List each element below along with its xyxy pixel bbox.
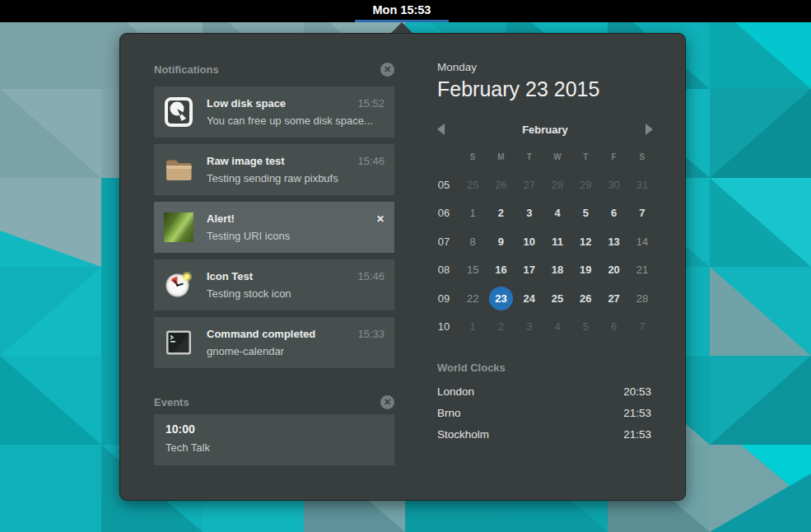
calendar-grid: 05 25 26 27 28 29 30 31 06 1 2 3 4 5 6 7… bbox=[429, 170, 656, 341]
harddisk-icon bbox=[164, 97, 193, 127]
day-cell[interactable]: 1 bbox=[459, 199, 487, 228]
notification-icon-test[interactable]: Icon Test 15:46 Testing stock icon bbox=[154, 259, 394, 310]
notification-title: Low disk space bbox=[207, 97, 351, 110]
day-cell[interactable]: 19 bbox=[571, 256, 599, 285]
folder-icon bbox=[164, 155, 193, 184]
day-cell[interactable]: 26 bbox=[487, 170, 515, 199]
day-cell[interactable]: 28 bbox=[543, 170, 571, 199]
weekday-header: T bbox=[571, 152, 599, 161]
terminal-icon bbox=[164, 328, 193, 357]
week-number: 08 bbox=[429, 256, 459, 285]
day-cell[interactable]: 6 bbox=[599, 199, 627, 228]
world-clock-row[interactable]: London 20:53 bbox=[437, 380, 651, 402]
clock-menu-button[interactable]: Mon 15:53 bbox=[355, 0, 449, 22]
notification-close-button[interactable]: ✕ bbox=[376, 213, 385, 225]
week-number: 05 bbox=[429, 170, 459, 199]
weekday-header: M bbox=[487, 152, 515, 161]
day-cell[interactable]: 16 bbox=[487, 256, 515, 285]
day-cell[interactable]: 20 bbox=[599, 256, 627, 285]
events-title: Events bbox=[154, 396, 189, 408]
day-cell[interactable]: 2 bbox=[487, 199, 515, 228]
week-number: 10 bbox=[429, 313, 459, 342]
notification-body: Testing URI icons bbox=[207, 230, 385, 242]
top-bar: Mon 15:53 bbox=[0, 0, 811, 22]
day-cell[interactable]: 9 bbox=[487, 227, 515, 256]
notification-low-disk-space[interactable]: Low disk space 15:52 You can free up som… bbox=[154, 86, 394, 138]
week-number: 09 bbox=[429, 284, 459, 313]
day-cell[interactable]: 27 bbox=[599, 284, 627, 313]
notification-body: gnome-calendar bbox=[207, 345, 385, 357]
day-cell[interactable]: 29 bbox=[571, 170, 599, 199]
day-cell[interactable]: 15 bbox=[459, 256, 487, 285]
event-title: Tech Talk bbox=[165, 441, 383, 454]
day-cell[interactable]: 8 bbox=[459, 227, 487, 256]
notifications-title: Notifications bbox=[154, 63, 219, 76]
day-cell[interactable]: 6 bbox=[599, 313, 627, 342]
notification-body: Testing stock icon bbox=[207, 287, 385, 300]
day-cell[interactable]: 4 bbox=[543, 313, 571, 342]
events-clear-button[interactable]: ✕ bbox=[380, 395, 394, 409]
notification-time: 15:52 bbox=[357, 97, 385, 110]
month-label: February bbox=[437, 124, 653, 136]
calendar-weekday-headers: S M T W T F S bbox=[429, 152, 656, 161]
day-cell[interactable]: 30 bbox=[599, 170, 627, 199]
world-clock-time: 21:53 bbox=[623, 428, 651, 441]
day-cell[interactable]: 5 bbox=[571, 313, 599, 342]
notification-body: Testing sending raw pixbufs bbox=[207, 172, 385, 184]
day-cell[interactable]: 25 bbox=[543, 284, 571, 313]
today-date-label: February 23 2015 bbox=[437, 77, 599, 101]
day-cell[interactable]: 5 bbox=[571, 199, 599, 228]
notification-list: Low disk space 15:52 You can free up som… bbox=[154, 86, 394, 375]
day-cell[interactable]: 21 bbox=[628, 256, 656, 285]
notification-title: Alert! bbox=[207, 212, 370, 225]
day-cell[interactable]: 12 bbox=[571, 227, 599, 256]
day-cell[interactable]: 25 bbox=[459, 170, 487, 199]
world-clock-time: 21:53 bbox=[623, 407, 651, 419]
today-weekday-label: Monday bbox=[437, 61, 477, 73]
popup-pointer-arrow bbox=[391, 22, 412, 33]
notifications-clear-button[interactable]: ✕ bbox=[380, 63, 394, 77]
day-cell[interactable]: 18 bbox=[543, 256, 571, 285]
day-cell[interactable]: 28 bbox=[628, 284, 656, 313]
notification-title: Command completed bbox=[207, 328, 351, 340]
day-cell[interactable]: 26 bbox=[571, 284, 599, 313]
world-clocks-title: World Clocks bbox=[437, 362, 506, 374]
day-cell[interactable]: 1 bbox=[459, 313, 487, 342]
day-cell[interactable]: 31 bbox=[628, 170, 656, 199]
calendar-notifications-popup: Notifications ✕ Low disk space 15:52 You… bbox=[119, 33, 686, 501]
world-clock-row[interactable]: Brno 21:53 bbox=[437, 402, 651, 423]
weekday-header: S bbox=[459, 152, 487, 161]
notification-time: 15:46 bbox=[357, 270, 385, 282]
notification-title: Raw image test bbox=[207, 155, 351, 167]
event-time: 10:00 bbox=[165, 422, 383, 436]
notification-raw-image-test[interactable]: Raw image test 15:46 Testing sending raw… bbox=[154, 144, 394, 195]
day-cell[interactable]: 3 bbox=[515, 199, 543, 228]
world-clock-row[interactable]: Stockholm 21:53 bbox=[437, 423, 651, 445]
week-number: 07 bbox=[429, 227, 459, 256]
event-tech-talk[interactable]: 10:00 Tech Talk bbox=[154, 414, 394, 465]
notification-alert[interactable]: Alert! ✕ Testing URI icons bbox=[154, 202, 394, 253]
day-cell[interactable]: 13 bbox=[599, 227, 627, 256]
weekday-header: W bbox=[543, 152, 571, 161]
day-cell[interactable]: 4 bbox=[543, 199, 571, 228]
notification-time: 15:33 bbox=[357, 328, 385, 340]
notifications-header: Notifications ✕ bbox=[154, 62, 394, 77]
day-cell[interactable]: 22 bbox=[459, 284, 487, 313]
day-cell[interactable]: 14 bbox=[628, 227, 656, 256]
day-cell[interactable]: 3 bbox=[515, 313, 543, 342]
day-cell[interactable]: 7 bbox=[628, 313, 656, 342]
day-cell[interactable]: 7 bbox=[628, 199, 656, 228]
day-cell[interactable]: 24 bbox=[515, 284, 543, 313]
day-cell-selected[interactable]: 23 bbox=[487, 284, 515, 313]
day-cell[interactable]: 10 bbox=[515, 227, 543, 256]
notification-command-completed[interactable]: Command completed 15:33 gnome-calendar bbox=[154, 317, 394, 368]
notification-time: 15:46 bbox=[357, 155, 385, 167]
day-cell[interactable]: 27 bbox=[515, 170, 543, 199]
day-cell[interactable]: 2 bbox=[487, 313, 515, 342]
day-cell[interactable]: 17 bbox=[515, 256, 543, 285]
world-clock-city: Stockholm bbox=[437, 428, 489, 441]
week-number: 06 bbox=[429, 199, 459, 228]
world-clocks-list[interactable]: London 20:53 Brno 21:53 Stockholm 21:53 bbox=[437, 380, 651, 445]
clock-label: Mon 15:53 bbox=[373, 3, 431, 16]
day-cell[interactable]: 11 bbox=[543, 227, 571, 256]
